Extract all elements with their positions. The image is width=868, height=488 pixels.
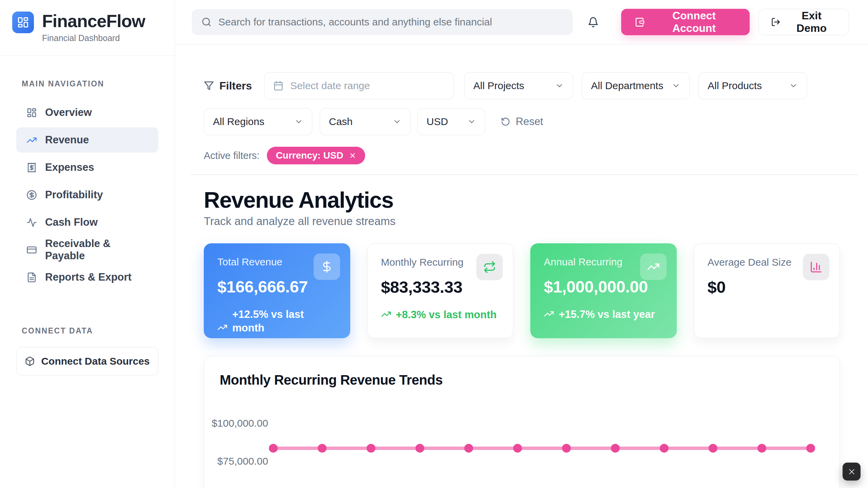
- chevron-down-icon: [294, 117, 303, 126]
- notifications-button[interactable]: [588, 17, 599, 28]
- filters-label: Filters: [204, 80, 252, 92]
- connect-data-sources-button[interactable]: Connect Data Sources: [16, 347, 158, 375]
- stat-card-monthly-recurring: Monthly Recurring $83,333.33 +8.3% vs la…: [367, 243, 514, 338]
- stat-card-annual-recurring: Annual Recurring $1,000,000.00 +15.7% vs…: [530, 243, 677, 338]
- payment-method-select[interactable]: Cash: [320, 108, 411, 135]
- stat-icon-badge: [640, 253, 667, 280]
- sidebar-item-label: Cash Flow: [45, 216, 98, 228]
- trending-up-icon: [381, 309, 391, 319]
- bell-icon: [588, 17, 599, 28]
- stat-card-total-revenue: Total Revenue $166,666.67 +12.5% vs last…: [204, 243, 350, 338]
- data-point[interactable]: [611, 444, 620, 452]
- sidebar-item-cash-flow[interactable]: Cash Flow: [16, 210, 158, 235]
- filter-funnel-icon: [204, 81, 214, 91]
- sidebar-item-profitability[interactable]: Profitability: [16, 182, 158, 207]
- data-point[interactable]: [367, 444, 375, 452]
- repeat-icon: [483, 261, 496, 273]
- top-bar: Connect Account Exit Demo: [175, 0, 868, 44]
- section-divider: [191, 175, 859, 175]
- circle-dollar-icon: [26, 190, 37, 200]
- bar-chart-icon: [810, 261, 823, 273]
- app-tagline: Financial Dashboard: [42, 33, 145, 43]
- layout-dashboard-icon: [26, 107, 37, 118]
- chevron-down-icon: [672, 81, 680, 90]
- sidebar: FinanceFlow Financial Dashboard MAIN NAV…: [0, 0, 175, 488]
- wallet-icon: [635, 17, 645, 28]
- brand: FinanceFlow Financial Dashboard: [0, 0, 175, 56]
- data-point[interactable]: [464, 444, 473, 452]
- data-point[interactable]: [513, 444, 522, 452]
- sidebar-item-overview[interactable]: Overview: [16, 100, 158, 125]
- reset-filters-button[interactable]: Reset: [501, 116, 543, 128]
- mrr-trends-chart-card: Monthly Recurring Revenue Trends $100,00…: [204, 356, 840, 488]
- stat-change: +15.7% vs last year: [544, 308, 663, 321]
- stat-value: $166,666.67: [217, 277, 337, 296]
- receipt-icon: [26, 162, 37, 173]
- sidebar-item-receivable-payable[interactable]: Receivable & Payable: [16, 237, 158, 262]
- data-point[interactable]: [562, 444, 571, 452]
- app-logo: [12, 12, 34, 33]
- data-point[interactable]: [709, 444, 717, 452]
- trending-up-icon: [544, 309, 554, 319]
- sidebar-item-reports-export[interactable]: Reports & Export: [16, 265, 158, 290]
- cube-icon: [25, 356, 35, 366]
- page-title: Revenue Analytics: [204, 188, 840, 212]
- data-point[interactable]: [415, 444, 424, 452]
- filters-row-2: All Regions Cash USD Reset: [204, 108, 840, 135]
- sidebar-item-revenue[interactable]: Revenue: [16, 127, 158, 152]
- date-range-field[interactable]: [290, 80, 445, 92]
- stat-change: +8.3% vs last month: [381, 308, 500, 322]
- date-range-input[interactable]: [264, 72, 454, 99]
- brand-text: FinanceFlow Financial Dashboard: [42, 12, 145, 43]
- departments-select[interactable]: All Departments: [582, 72, 690, 99]
- activity-icon: [26, 217, 37, 228]
- sidebar-item-label: Revenue: [45, 134, 89, 146]
- sidebar-item-label: Overview: [45, 106, 92, 119]
- stat-cards: Total Revenue $166,666.67 +12.5% vs last…: [204, 243, 840, 338]
- sidebar-item-label: Receivable & Payable: [45, 238, 148, 262]
- nav-section-label: MAIN NAVIGATION: [22, 79, 153, 88]
- projects-select[interactable]: All Projects: [464, 72, 573, 99]
- y-axis-tick-label: $100,000.00: [212, 418, 268, 429]
- data-point[interactable]: [269, 444, 278, 452]
- sidebar-item-label: Expenses: [45, 161, 94, 174]
- x-icon[interactable]: [349, 152, 356, 159]
- data-point[interactable]: [318, 444, 327, 452]
- sidebar-item-label: Reports & Export: [45, 271, 132, 283]
- trending-up-icon: [26, 135, 37, 145]
- currency-select[interactable]: USD: [417, 108, 485, 135]
- search-input[interactable]: [218, 16, 563, 28]
- close-demo-overlay-button[interactable]: [843, 463, 861, 481]
- sidebar-item-expenses[interactable]: Expenses: [16, 155, 158, 180]
- dollar-icon: [320, 260, 333, 273]
- stat-value: $0: [708, 278, 826, 297]
- products-select[interactable]: All Products: [698, 72, 807, 99]
- stat-value: $83,333.33: [381, 278, 500, 297]
- trending-up-icon: [217, 322, 228, 332]
- active-filters-row: Active filters: Currency: USD: [204, 147, 840, 164]
- sidebar-item-label: Profitability: [45, 189, 103, 201]
- file-text-icon: [26, 272, 37, 283]
- connect-account-label: Connect Account: [652, 9, 736, 35]
- x-icon: [847, 467, 856, 476]
- regions-select[interactable]: All Regions: [204, 108, 312, 135]
- data-point[interactable]: [806, 444, 815, 452]
- data-point[interactable]: [660, 444, 669, 452]
- search-icon: [201, 17, 212, 27]
- stat-icon-badge: [476, 254, 503, 280]
- main-content: Filters All Projects All Departments All…: [175, 44, 868, 488]
- data-point[interactable]: [757, 444, 766, 452]
- chevron-down-icon: [467, 117, 476, 126]
- connect-account-button[interactable]: Connect Account: [621, 9, 750, 35]
- exit-demo-button[interactable]: Exit Demo: [758, 9, 849, 35]
- exit-demo-label: Exit Demo: [787, 9, 836, 35]
- search-box[interactable]: [192, 9, 573, 35]
- active-filter-chip-currency[interactable]: Currency: USD: [267, 147, 365, 164]
- chevron-down-icon: [393, 117, 401, 126]
- calendar-icon: [273, 81, 283, 91]
- layout-dashboard-icon: [17, 16, 29, 28]
- stat-card-average-deal-size: Average Deal Size $0: [694, 243, 840, 338]
- rotate-ccw-icon: [501, 117, 510, 126]
- trending-up-icon: [647, 260, 660, 273]
- filters-row-1: Filters All Projects All Departments All…: [204, 72, 840, 99]
